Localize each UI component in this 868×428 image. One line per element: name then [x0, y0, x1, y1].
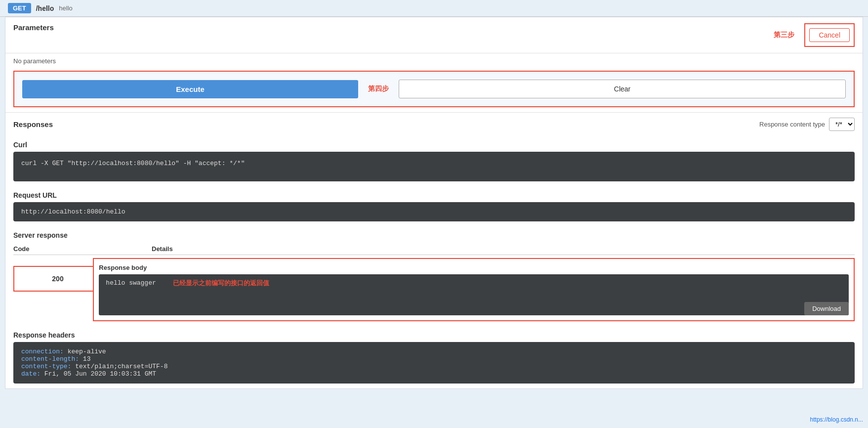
parameters-section: Parameters 第三步 Cancel [5, 17, 863, 53]
download-area: Download [99, 292, 849, 298]
cancel-area: 第三步 Cancel [774, 23, 855, 47]
method-badge: GET [8, 3, 31, 13]
main-content: Parameters 第三步 Cancel No parameters Exec… [5, 17, 863, 389]
code-header: Code [13, 245, 152, 253]
header-connection: connection: keep-alive [21, 348, 847, 355]
no-parameters-text: No parameters [5, 53, 863, 71]
request-url-value: http://localhost:8080/hello [13, 202, 855, 221]
step4-label: 第四步 [368, 85, 389, 93]
details-header: Details [152, 245, 855, 253]
parameters-title: Parameters [13, 23, 54, 32]
header-val-connection: keep-alive [68, 348, 106, 355]
response-table-header: Code Details [13, 243, 855, 255]
header-val-content-length: 13 [83, 355, 91, 363]
server-response-section: Server response Code Details 200 访问正常 Re… [5, 226, 863, 331]
details-col: Response body hello swagger 已经显示之前编写的接口的… [93, 258, 855, 326]
headers-code-block: connection: keep-alive content-length: 1… [13, 342, 855, 384]
header-val-content-type: text/plain;charset=UTF-8 [75, 363, 167, 370]
response-headers-section: Response headers connection: keep-alive … [5, 331, 863, 388]
request-url-section: Request URL http://localhost:8080/hello [5, 186, 863, 226]
endpoint-path: /hello [36, 4, 54, 12]
code-cell: 200 [13, 266, 102, 292]
download-button[interactable]: Download [804, 302, 849, 315]
code-area: 200 访问正常 [13, 258, 83, 300]
step3-label: 第三步 [774, 31, 794, 40]
curl-command: curl -X GET "http://localhost:8080/hello… [13, 152, 855, 181]
clear-button[interactable]: Clear [399, 80, 846, 98]
content-type-label: Response content type [759, 121, 825, 128]
response-row: 200 访问正常 Response body hello swagger 已经显… [13, 258, 855, 326]
top-bar: GET /hello hello [0, 0, 868, 17]
curl-title: Curl [13, 141, 855, 149]
header-date: date: Fri, 05 Jun 2020 10:03:31 GMT [21, 370, 847, 378]
execute-button[interactable]: Execute [22, 80, 358, 98]
response-body-full: hello swagger 已经显示之前编写的接口的返回值 Download [99, 274, 849, 315]
response-content-type-area: Response content type */* [759, 118, 855, 131]
footer-watermark: https://blog.csdn.n... [810, 416, 863, 423]
response-body-content-row: hello swagger 已经显示之前编写的接口的返回值 [99, 274, 849, 292]
responses-header: Responses Response content type */* [5, 112, 863, 136]
header-key-content-type: content-type: [21, 363, 75, 370]
cancel-wrapper: Cancel [804, 23, 855, 47]
execute-section: Execute 第四步 Clear [13, 71, 855, 107]
header-key-connection: connection: [21, 348, 68, 355]
return-value-label: 已经显示之前编写的接口的返回值 [173, 279, 269, 288]
cancel-button[interactable]: Cancel [809, 28, 850, 42]
page-wrapper: GET /hello hello Parameters 第三步 Cancel N… [0, 0, 868, 428]
content-type-select[interactable]: */* [829, 118, 855, 131]
header-key-date: date: [21, 370, 44, 378]
response-body-title: Response body [99, 264, 849, 271]
curl-section: Curl curl -X GET "http://localhost:8080/… [5, 136, 863, 186]
server-response-title: Server response [13, 231, 855, 239]
header-content-type: content-type: text/plain;charset=UTF-8 [21, 363, 847, 370]
responses-title: Responses [13, 120, 53, 128]
request-url-title: Request URL [13, 191, 855, 199]
response-headers-title: Response headers [13, 331, 855, 339]
response-body-box: Response body hello swagger 已经显示之前编写的接口的… [93, 258, 855, 321]
header-content-length: content-length: 13 [21, 355, 847, 363]
header-key-content-length: content-length: [21, 355, 83, 363]
response-body-content: hello swagger [99, 274, 163, 292]
header-val-date: Fri, 05 Jun 2020 10:03:31 GMT [44, 370, 156, 378]
endpoint-desc: hello [59, 4, 72, 12]
